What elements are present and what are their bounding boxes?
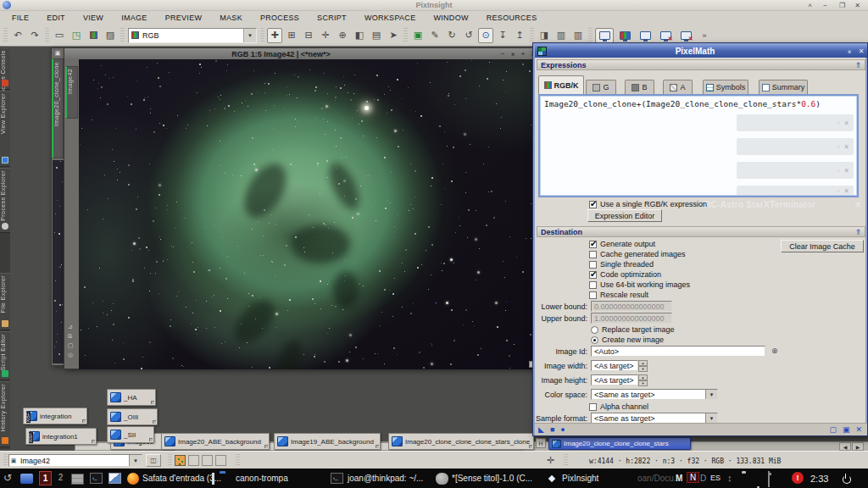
image-viewer-icon[interactable] bbox=[108, 473, 121, 484]
create-new-image-radio[interactable] bbox=[591, 336, 598, 344]
menu-edit[interactable]: EDIT bbox=[47, 14, 65, 22]
use-64bit-checkbox[interactable] bbox=[589, 281, 597, 289]
dock-tab-history-explorer[interactable]: History Explorer bbox=[0, 381, 10, 447]
process-explorer-icon[interactable]: ⊙ bbox=[478, 28, 493, 43]
center-image-icon[interactable]: ✛ bbox=[318, 28, 333, 43]
statusbar-grip[interactable] bbox=[564, 454, 568, 466]
restore-window-icon[interactable]: ▣ bbox=[52, 48, 64, 58]
dock-tab-script-editor[interactable]: Script Editor bbox=[0, 331, 10, 380]
tab-g[interactable]: G bbox=[586, 80, 616, 94]
terminal-icon[interactable]: ›_ bbox=[331, 473, 343, 484]
option-row[interactable]: Cache generated images bbox=[589, 250, 686, 258]
alpha-channel-row[interactable]: Alpha channel bbox=[589, 402, 648, 411]
dock-tab-process-console[interactable]: Process Console bbox=[0, 47, 10, 90]
fit-view-icon[interactable]: ⊕ bbox=[335, 28, 350, 43]
view-slot-2[interactable] bbox=[188, 455, 199, 466]
view-selector[interactable]: ▣ Image42 ▼ bbox=[8, 454, 142, 467]
image-width-input[interactable]: <As target> ▲▼ bbox=[591, 360, 638, 371]
clear-id-icon[interactable]: ⊗ bbox=[771, 347, 778, 355]
tab-symbols[interactable]: Symbols bbox=[703, 80, 748, 94]
toolbar-grip[interactable] bbox=[45, 28, 49, 43]
alert-icon[interactable]: ! bbox=[792, 472, 804, 484]
expression-editor[interactable]: ▫✕ ▫✕ ▫✕ ▫✕ Image20_clone_clone+(Image20… bbox=[538, 94, 859, 197]
expression-editor-button[interactable]: Expression Editor bbox=[587, 209, 662, 222]
redo-icon[interactable]: ↷ bbox=[27, 28, 42, 43]
replace-target-row[interactable]: Replace target image bbox=[591, 325, 675, 334]
battery-icon[interactable] bbox=[768, 471, 770, 487]
image-window-titlebar[interactable]: RGB 1:5 Image42 | <*new*> − ⌅ + ✕ bbox=[64, 48, 538, 59]
toolbar-grip[interactable] bbox=[120, 28, 125, 43]
cascade-windows-icon[interactable]: ▥ bbox=[554, 28, 569, 43]
statusbar-grip[interactable] bbox=[236, 454, 240, 466]
statusbar-grip[interactable] bbox=[168, 454, 172, 466]
pixelmath-titlebar[interactable]: PixelMath ⌅ ✕ bbox=[535, 45, 867, 58]
view-mode-icons[interactable]: ⊿ ⧉ ▢ ◎ bbox=[68, 324, 74, 358]
color-space-select[interactable]: <Same as target> ▼ bbox=[591, 389, 718, 400]
chevron-down-icon[interactable]: ▼ bbox=[243, 29, 256, 42]
process-history-forward-icon[interactable]: ↻ bbox=[444, 28, 459, 43]
preview-mode-icon[interactable]: ▢ bbox=[68, 342, 74, 348]
workspace-swap-icon[interactable] bbox=[636, 28, 654, 43]
code-optimization-checkbox[interactable] bbox=[589, 271, 597, 279]
taskbar-item-terminal[interactable]: joan@thinkpad: ~/... bbox=[348, 474, 423, 483]
single-expression-checkbox[interactable] bbox=[589, 201, 597, 208]
toolbar-grip[interactable] bbox=[530, 28, 534, 43]
chevron-down-icon[interactable]: ▼ bbox=[705, 413, 717, 423]
shade-icon[interactable]: ⌅ bbox=[843, 47, 855, 55]
image-id-input[interactable]: <Auto> bbox=[591, 346, 765, 357]
thumbnail-image20-abe[interactable]: Image20_ABE_background bbox=[161, 433, 270, 450]
indicator-n[interactable]: N bbox=[687, 472, 699, 483]
new-image-icon[interactable]: ◳ bbox=[69, 28, 84, 43]
tile-windows-icon[interactable]: ▥ bbox=[570, 28, 586, 43]
option-row[interactable]: Single threaded bbox=[589, 260, 654, 269]
process-edit-icon[interactable]: ✎ bbox=[427, 28, 442, 43]
gimp-icon[interactable] bbox=[436, 473, 448, 485]
height-spinner[interactable]: ▲▼ bbox=[638, 374, 648, 385]
single-expression-row[interactable]: Use a single RGB/K expression bbox=[589, 200, 707, 208]
apply-global-icon[interactable]: ■ bbox=[550, 426, 554, 434]
taskbar-item-gimp[interactable]: *[Sense titol]-1.0 (C... bbox=[452, 474, 532, 483]
realtime-preview-icon[interactable]: ● bbox=[560, 426, 565, 434]
invert-display-icon[interactable]: ◧ bbox=[352, 28, 367, 43]
toolbar-grip[interactable] bbox=[588, 28, 593, 43]
thumbnail-image19-abe[interactable]: Image19_ABE_background bbox=[274, 433, 381, 450]
thumbnail-integration1[interactable]: XISF integration1 bbox=[25, 428, 97, 445]
file-manager-icon[interactable] bbox=[71, 474, 84, 485]
workspace-1[interactable]: 1 bbox=[39, 471, 52, 485]
undo-icon[interactable]: ↶ bbox=[10, 28, 25, 43]
option-row[interactable]: Rescale result bbox=[589, 291, 648, 299]
toolbar-grip[interactable] bbox=[403, 28, 408, 43]
view-slot-4[interactable] bbox=[215, 455, 226, 466]
toolbar-grip[interactable] bbox=[260, 28, 264, 43]
taskbar-item-folder[interactable]: canon-trompa bbox=[236, 474, 288, 483]
dock-tab-process-explorer[interactable]: Process Explorer bbox=[0, 168, 10, 233]
view-slot-3[interactable] bbox=[202, 455, 213, 466]
thumbnail-stars-clone[interactable]: Image20_clone_clone_clone_stars_clone bbox=[388, 433, 534, 450]
load-process-icon[interactable]: ↧ bbox=[495, 28, 510, 43]
process-new-icon[interactable]: ▣ bbox=[410, 28, 426, 43]
maximize-icon[interactable]: ❐ bbox=[837, 1, 848, 10]
scroll-left-icon[interactable]: ◀ bbox=[839, 442, 851, 451]
statusbar-grip[interactable] bbox=[3, 454, 8, 466]
indicator-m[interactable]: M bbox=[676, 474, 682, 483]
desktop-icon[interactable] bbox=[20, 474, 33, 484]
thumbnail-sii[interactable]: _SII bbox=[107, 426, 154, 443]
option-row[interactable]: Use 64-bit working images bbox=[589, 280, 690, 289]
view-slot-1[interactable] bbox=[175, 455, 186, 466]
single-threaded-checkbox[interactable] bbox=[589, 261, 597, 269]
zoom-out-mode-icon[interactable]: ⊟ bbox=[301, 28, 316, 43]
reset-icon[interactable]: ✕ bbox=[855, 426, 862, 434]
taskbar-item-mail[interactable]: Safata d'entrada (3... bbox=[142, 474, 221, 483]
zoom-in-mode-icon[interactable]: ⊞ bbox=[284, 28, 299, 43]
image-window[interactable]: RGB 1:5 Image42 | <*new*> − ⌅ + ✕ Image4… bbox=[64, 47, 539, 369]
select-cursor-icon[interactable]: ➤ bbox=[386, 28, 401, 43]
shaded-image-window[interactable]: ▣ Image20_clone_clone bbox=[51, 47, 64, 366]
close-icon[interactable]: ✕ bbox=[852, 1, 863, 10]
session-refresh-icon[interactable]: ↺ bbox=[3, 472, 12, 484]
shade-icon[interactable]: ˄ bbox=[804, 1, 815, 10]
menu-file[interactable]: FILE bbox=[12, 14, 29, 22]
cache-images-checkbox[interactable] bbox=[589, 251, 597, 258]
clear-image-cache-button[interactable]: Clear Image Cache bbox=[781, 240, 864, 252]
option-row[interactable]: Code optimization bbox=[589, 270, 661, 279]
image-identifier-icon[interactable]: ▭ bbox=[52, 28, 67, 43]
